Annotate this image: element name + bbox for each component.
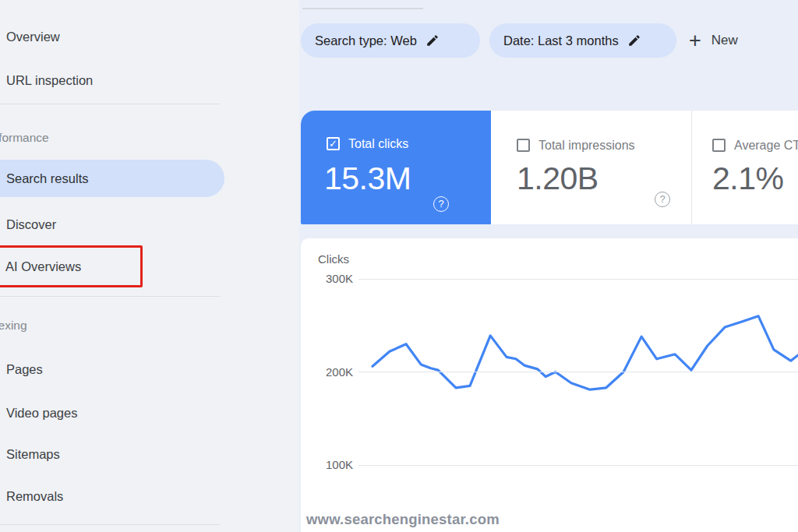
total-clicks-card[interactable]: ✓ Total clicks 15.3M ? [301,111,491,224]
total-impressions-value: 1.20B [517,160,598,197]
metric-cards-row: ✓ Total clicks 15.3M ? Total impressions… [301,111,798,224]
sidebar-item-overview[interactable]: Overview [0,28,224,45]
gridline [358,465,798,466]
sidebar-divider [0,524,220,525]
total-clicks-value: 15.3M [324,160,411,197]
sidebar-item-discover[interactable]: Discover [0,216,224,233]
sidebar-item-removals[interactable]: Removals [0,488,224,505]
average-ctr-value: 2.1% [712,160,783,197]
new-filter-button[interactable]: + New [689,26,738,55]
date-range-chip-label: Date: Last 3 months [503,33,619,48]
sidebar-item-ai-overviews[interactable]: AI Overviews [0,248,138,285]
help-icon[interactable]: ? [433,196,449,212]
search-type-chip-label: Search type: Web [315,33,417,48]
sidebar-section-indexing: Indexing [0,318,27,333]
gridline [358,372,798,372]
average-ctr-card[interactable]: Average CTR 2.1% [691,111,798,224]
new-filter-button-label: New [711,33,738,48]
ai-overviews-red-highlight-box: AI Overviews [0,245,143,287]
main-content: Search type: Web Date: Last 3 months + N… [299,0,798,532]
average-ctr-checkbox[interactable] [712,139,726,152]
watermark-text: www.searchenginestar.com [306,511,500,528]
sidebar-item-pages[interactable]: Pages [0,361,224,378]
edit-pencil-icon[interactable] [425,33,440,48]
clicks-chart-card: Clicks 300K200K100K www.searchenginestar… [301,238,798,532]
gridline [358,279,798,280]
total-impressions-label: Total impressions [538,139,635,153]
total-clicks-checkbox[interactable]: ✓ [327,137,340,150]
sidebar-item-search-results[interactable]: Search results [0,160,224,197]
sidebar-item-video-pages[interactable]: Video pages [0,404,224,421]
total-clicks-label: Total clicks [348,137,408,151]
total-impressions-checkbox[interactable] [517,139,530,152]
y-axis-tick-label: 100K [301,457,353,473]
y-axis-tick-label: 200K [301,365,353,380]
edit-pencil-icon[interactable] [627,33,641,48]
search-type-chip[interactable]: Search type: Web [301,23,480,58]
sidebar-item-url-inspection[interactable]: URL inspection [0,72,224,89]
clicks-chart-plot: 300K200K100K [301,238,798,532]
total-impressions-card[interactable]: Total impressions 1.20B ? [491,111,691,224]
sidebar-divider [0,296,220,297]
sidebar: Overview URL inspection Performance Sear… [0,0,299,532]
search-console-page: Overview URL inspection Performance Sear… [0,0,798,532]
clicks-line-chart [301,238,798,532]
date-range-chip[interactable]: Date: Last 3 months [489,23,676,58]
sidebar-section-performance: Performance [0,130,49,146]
y-axis-tick-label: 300K [301,271,353,287]
plus-icon: + [689,26,701,55]
sidebar-item-sitemaps[interactable]: Sitemaps [0,446,224,463]
sidebar-divider [0,104,220,104]
header-bottom-border [302,8,423,9]
help-icon[interactable]: ? [655,192,670,207]
clicks-line [373,316,798,389]
average-ctr-label: Average CTR [734,139,798,153]
